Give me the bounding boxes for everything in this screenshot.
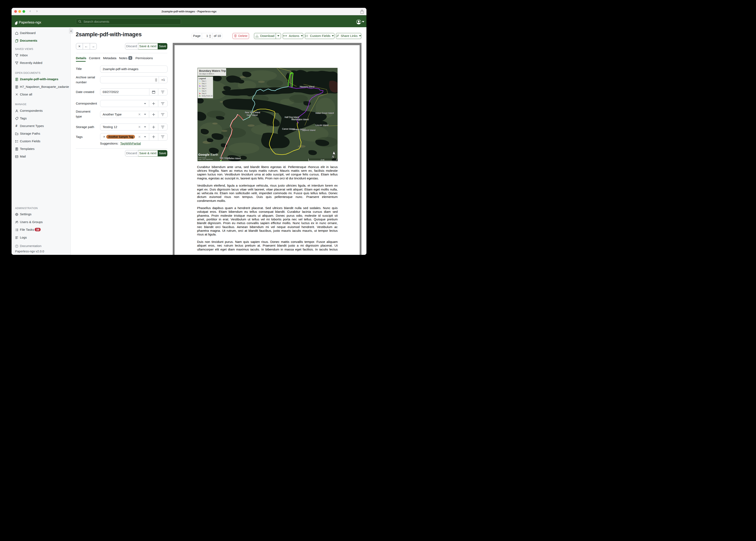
svg-text:© 2017 Google: © 2017 Google bbox=[198, 157, 206, 158]
svg-text:Half Dog Island: Half Dog Island bbox=[285, 116, 299, 118]
svg-text:Day 2: Day 2 bbox=[202, 83, 206, 85]
svg-text:Day 6: Day 6 bbox=[202, 93, 206, 94]
svg-text:Hausons Island: Hausons Island bbox=[300, 85, 314, 88]
svg-text:Legend: Legend bbox=[199, 77, 206, 80]
svg-text:Boundary Waters Trip: Boundary Waters Trip bbox=[199, 70, 226, 72]
svg-text:Charlies Island: Charlies Island bbox=[227, 157, 241, 159]
svg-text:Day 5: Day 5 bbox=[202, 90, 206, 92]
svg-text:Text: Text bbox=[266, 124, 271, 127]
svg-text:Image © 2017 DigitalGlobe: Image © 2017 DigitalGlobe bbox=[198, 159, 213, 160]
svg-text:Washington Island: Washington Island bbox=[291, 118, 309, 120]
svg-text:3 mi: 3 mi bbox=[321, 158, 324, 161]
svg-text:Lincoln Island: Lincoln Island bbox=[315, 124, 328, 126]
svg-text:Day 3: Day 3 bbox=[202, 85, 206, 87]
svg-text:Indian Grave Island: Indian Grave Island bbox=[315, 112, 334, 114]
svg-text:Day 1: Day 1 bbox=[202, 80, 206, 82]
svg-text:Gary Island: Gary Island bbox=[247, 114, 258, 116]
svg-text:New York Island: New York Island bbox=[245, 111, 260, 113]
svg-text:Day 4: Day 4 bbox=[202, 88, 206, 90]
svg-text:N: N bbox=[332, 155, 334, 159]
svg-text:Six days in BWCA: Six days in BWCA bbox=[199, 73, 214, 75]
svg-text:Entry Point 24: Entry Point 24 bbox=[202, 95, 213, 97]
svg-text:Google Earth: Google Earth bbox=[198, 153, 218, 156]
svg-text:Squirrel Island: Squirrel Island bbox=[302, 129, 315, 131]
